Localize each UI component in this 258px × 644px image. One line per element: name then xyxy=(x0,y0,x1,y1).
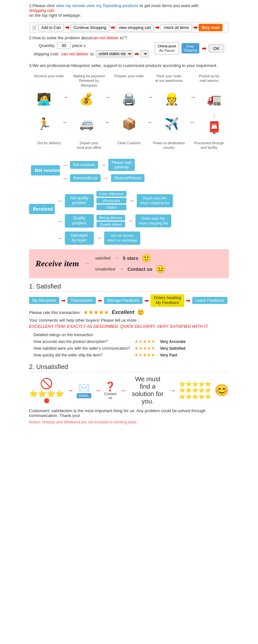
receive-outcomes: satisfied → 5 stars 🙂 unsatisfied → Cont… xyxy=(95,254,165,274)
step-label-9: Flown to destination country xyxy=(151,139,187,150)
excellent-label: Excellent xyxy=(112,309,134,315)
comment-prompt: Your comments will help other buyers! Pl… xyxy=(29,318,229,323)
china-post-line2: Air Parcel xyxy=(158,48,176,53)
satisfied-section: 1. Satisfied My Aliexpress ➡ Transaction… xyxy=(29,283,229,359)
nr-arrow2: → xyxy=(103,175,108,181)
issue-dislike: Dislike xyxy=(96,204,126,210)
china-post-box: China post Air Parcel xyxy=(155,42,179,55)
nr-arrow1: → xyxy=(101,162,106,168)
intro-shopping-cart: shopping cart. xyxy=(29,8,229,13)
step-icon-2: 💰 xyxy=(75,90,98,109)
shipping-row: shipping cost: can not deliver to unied … xyxy=(34,50,148,57)
contact-us-box: ❓ Contact us xyxy=(104,381,116,400)
step-icon-10: 📮 xyxy=(203,118,225,137)
quantity-row: Quantity: piece s xyxy=(39,42,148,49)
add-to-cart-button[interactable]: Add to Cart xyxy=(38,24,64,31)
steps-row1-icons: 🧑‍💻 → 💰 → 🖨️ → 👷 → 🚛 xyxy=(29,90,229,109)
nr-dash2: — xyxy=(63,176,67,181)
step-arr-7: ← xyxy=(62,119,68,126)
bc-leave-feedback[interactable]: Leave Feedback xyxy=(192,297,227,304)
step-arr-2: → xyxy=(105,94,111,101)
intro-line1: 1.Please click view my storeor view my T… xyxy=(29,3,229,8)
free-ship-arrow: ➡ xyxy=(202,45,206,52)
buy-now-button[interactable]: Buy now xyxy=(199,24,223,31)
find-solution-box: We must find a solution for you. xyxy=(129,375,166,405)
unsat-no-icon: 🚫 ⭐⭐⭐⭐ 🛑 xyxy=(29,377,64,403)
view-topselling-link[interactable]: view my Topselling products xyxy=(86,3,139,8)
professional-text: 3.We are professional Aliexpress seller,… xyxy=(29,63,229,68)
step-label-2: Waiting for payment Released by Aliexpre… xyxy=(71,72,107,88)
step-label-4: Pack your order at our warehouse xyxy=(151,72,187,83)
satisfied-label: satisfied xyxy=(95,256,111,260)
not-received-main-label: Not received xyxy=(31,165,60,175)
step-label-6: Out for delivery xyxy=(31,139,67,145)
no-sign-icon: 🚫 xyxy=(29,377,64,390)
stop-icon: 🛑 xyxy=(29,398,64,403)
view-cart-button[interactable]: view shopping cart xyxy=(116,24,154,31)
not-received-sub2: Returned/Lost xyxy=(70,174,101,182)
step-icon-1: 🧑‍💻 xyxy=(33,90,55,109)
intro-section: 1.Please click view my storeor view my T… xyxy=(29,3,229,18)
step-icon-7: 🚐 xyxy=(75,114,98,134)
step-icon-6: 🏃 xyxy=(33,114,55,134)
unsatisfied-flow: 🚫 ⭐⭐⭐⭐ 🛑 → ✉️ EMAIL → ❓ Contact us → We … xyxy=(29,375,229,405)
shipping-select2[interactable]: ▼ xyxy=(141,50,148,57)
unsat-stars-1: ⭐⭐⭐⭐ xyxy=(29,390,64,398)
arrow4: ➡ xyxy=(193,24,197,31)
buyer-pays-label: Buyer pays the return shipping fee xyxy=(137,194,173,207)
china-post-line1: China post xyxy=(158,44,176,48)
ok-button[interactable]: OK xyxy=(209,44,224,52)
free-shipping-box: Free Shipping xyxy=(182,43,199,53)
bc-transactions[interactable]: Transactions xyxy=(67,297,96,304)
ship-label: shipping cost: xyxy=(34,52,59,56)
ship-arrow1: ➡ xyxy=(134,51,139,57)
step-icon-8: 📦 xyxy=(118,114,140,134)
view-store-link[interactable]: view my store xyxy=(56,3,81,8)
not-received-section: Not received — Not received → Please wai… xyxy=(29,155,229,186)
received-main-label: Received xyxy=(29,204,55,214)
cart-flow-bar: 🛒 Add to Cart ➡ Continue Shopping ➡ view… xyxy=(29,22,229,33)
rating-row-3: How quickly did the seller ship the item… xyxy=(32,352,188,358)
quantity-input[interactable] xyxy=(57,42,70,49)
bc-my-aliexpress[interactable]: My Aliexpress xyxy=(29,297,59,304)
step-arr-9: ← xyxy=(147,119,153,126)
nr-dash1: — xyxy=(63,163,67,167)
detail-title: Detailed ratings on this transaction xyxy=(32,332,188,338)
step-arr-4: → xyxy=(190,94,196,101)
problem-title: 2.How to solve the problem aboutcan not … xyxy=(29,35,229,40)
email-symbol: ✉️ xyxy=(77,383,91,393)
continue-shopping-button[interactable]: Continue Shopping xyxy=(71,24,109,31)
rec-dash3: — xyxy=(58,236,62,241)
excellent-emoji: 🙂 xyxy=(137,309,144,316)
not-quality-label: Not quality problem xyxy=(65,194,94,207)
arrow2: ➡ xyxy=(111,24,115,31)
rec-arrow2: → xyxy=(128,218,133,224)
bc-manage-feedback[interactable]: Manage Feedback xyxy=(104,297,142,304)
check-items-button[interactable]: check all items xyxy=(161,24,192,31)
step-icon-3: 🖨️ xyxy=(118,90,140,109)
rec-dash1: — xyxy=(58,198,62,203)
rating-stars-3: ★★★★★ xyxy=(133,352,157,358)
ship-red: can not deliver xyxy=(61,52,89,56)
shipping-select[interactable]: unied states via xyxy=(96,50,133,57)
rating-row-1: How accurate was the product description… xyxy=(32,338,188,345)
piece-label: piece s xyxy=(72,43,85,48)
result-stars: ⭐⭐⭐⭐⭐⭐⭐⭐⭐⭐⭐⭐⭐⭐⭐ xyxy=(179,381,211,400)
rating-q2: How satisfied were you with the seller's… xyxy=(32,345,132,351)
smiley-icon: 😊 xyxy=(214,384,229,397)
bc-orders-awaiting[interactable]: Orders AwaitingMy Feedback xyxy=(151,294,184,307)
unsatisfied-row: unsatisfied → Contact us 😐 xyxy=(95,265,165,274)
not-received-out1: Please wait patiently xyxy=(108,159,134,171)
unsatisfied-section: 2. Unsatisfied 🚫 ⭐⭐⭐⭐ 🛑 → ✉️ EMAIL → ❓ C… xyxy=(29,363,229,424)
holiday-notice: Notice: Holiday and Weekend are not incl… xyxy=(29,420,229,424)
satisfied-breadcrumb: My Aliexpress ➡ Transactions ➡ Manage Fe… xyxy=(29,294,229,307)
satisfied-row: satisfied → 5 stars 🙂 xyxy=(95,254,165,263)
rating-stars-1: ★★★★★ xyxy=(133,338,157,345)
rating-label-2: Very Satisfied xyxy=(158,345,188,351)
result-stars-box: ⭐⭐⭐⭐⭐⭐⭐⭐⭐⭐⭐⭐⭐⭐⭐ xyxy=(179,381,211,400)
email-icon: ✉️ EMAIL xyxy=(77,383,91,398)
steps-row2-icons: ↓ 📮 ← ✈️ ← 📦 ← 🚐 ← 🏃 xyxy=(29,111,229,137)
ship-mid: to xyxy=(90,52,94,56)
satisfaction-note: Customers' satisfaction is the most impo… xyxy=(29,408,229,418)
unsat-arr3: → xyxy=(120,387,126,394)
